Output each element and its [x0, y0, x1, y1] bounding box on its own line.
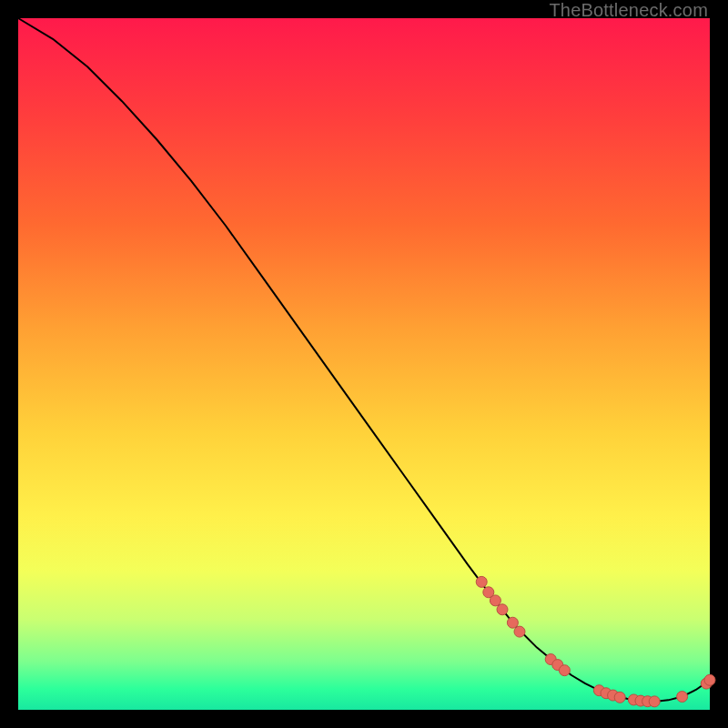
plot-area — [18, 18, 710, 710]
attribution-text: TheBottleneck.com — [549, 0, 708, 20]
data-marker — [514, 626, 525, 637]
data-markers — [476, 576, 715, 706]
bottleneck-curve — [18, 18, 710, 702]
data-marker — [476, 576, 487, 587]
data-marker — [507, 617, 518, 628]
data-marker — [649, 696, 660, 707]
data-marker — [704, 674, 715, 685]
data-marker — [677, 692, 688, 703]
chart-svg — [18, 18, 710, 710]
data-marker — [559, 665, 570, 676]
chart-stage: TheBottleneck.com — [0, 0, 728, 728]
data-marker — [490, 595, 500, 606]
data-marker — [614, 692, 625, 703]
data-marker — [497, 604, 508, 615]
